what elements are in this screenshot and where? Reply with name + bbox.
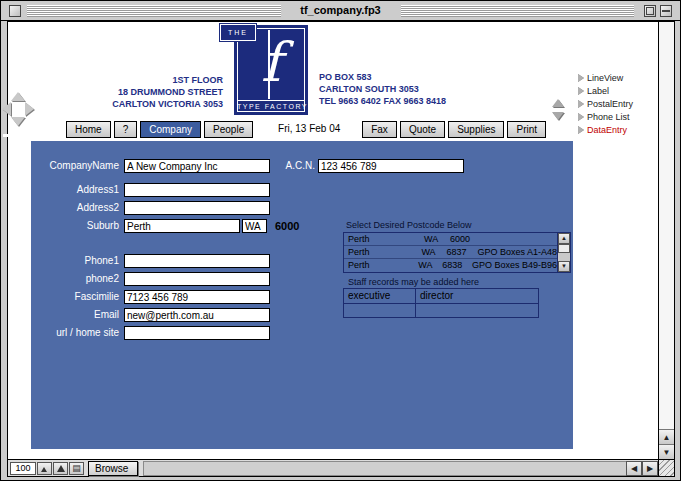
acn-input[interactable] xyxy=(318,159,464,173)
scroll-right-icon[interactable]: ▶ xyxy=(642,461,658,476)
tab-fax[interactable]: Fax xyxy=(362,121,397,138)
postcode-scrollbar[interactable]: ▲ ▼ xyxy=(557,233,570,272)
scroll-down-icon[interactable]: ▼ xyxy=(558,261,570,272)
zoom-out-button[interactable] xyxy=(37,462,52,475)
triangle-right-icon xyxy=(578,74,584,82)
zoom-level[interactable]: 100 xyxy=(10,462,36,475)
postcode-row[interactable]: Perth WA 6838 GPO Boxes B49-B96 xyxy=(344,259,557,272)
layout-links: LineView Label PostalEntry Phone List Da… xyxy=(578,71,633,136)
link-dataentry[interactable]: DataEntry xyxy=(578,123,633,136)
link-label: Label xyxy=(587,86,609,96)
url-label: url / home site xyxy=(31,326,119,339)
horizontal-scrollbar-track[interactable] xyxy=(143,461,626,476)
tab-home[interactable]: Home xyxy=(66,121,111,138)
arrow-up-icon[interactable] xyxy=(552,99,564,107)
triangle-right-icon xyxy=(578,100,584,108)
staff-panel-title: Staff records may be added here xyxy=(348,277,479,287)
url-input[interactable] xyxy=(124,326,270,340)
collapse-window-button[interactable] xyxy=(660,5,672,17)
arrow-right-icon[interactable] xyxy=(25,102,34,116)
phone2-label: phone2 xyxy=(31,272,119,285)
scroll-left-icon[interactable]: ◀ xyxy=(626,461,642,476)
staff-title-cell[interactable]: director xyxy=(416,289,538,303)
compass-nav-arrows[interactable] xyxy=(2,92,34,126)
phone2-input[interactable] xyxy=(124,272,270,286)
arrow-down-icon[interactable] xyxy=(11,117,25,126)
link-label: DataEntry xyxy=(587,125,627,135)
staff-row xyxy=(344,303,538,317)
address-line: CARLTON VICTORIA 3053 xyxy=(63,98,223,110)
title-stripes xyxy=(27,5,281,17)
link-phone-list[interactable]: Phone List xyxy=(578,110,633,123)
staff-row: executive director xyxy=(344,289,538,303)
tab-bar: Home ? Company People Fri, 13 Feb 04 Fax… xyxy=(66,121,549,139)
link-label: LineView xyxy=(587,73,623,83)
title-stripes xyxy=(401,5,635,17)
postcode-state: WA xyxy=(421,246,446,258)
link-postalentry[interactable]: PostalEntry xyxy=(578,97,633,110)
scrollbar-thumb[interactable] xyxy=(558,244,570,253)
scroll-up-icon[interactable]: ▲ xyxy=(558,233,570,244)
tab-people[interactable]: People xyxy=(204,121,253,138)
address2-input[interactable] xyxy=(124,201,270,215)
tab-print[interactable]: Print xyxy=(507,121,546,138)
scroll-up-icon[interactable]: ▲ xyxy=(659,429,674,444)
postcode-row[interactable]: Perth WA 6000 xyxy=(344,233,557,246)
suburb-input[interactable] xyxy=(124,219,240,233)
link-label: Phone List xyxy=(587,112,630,122)
staff-title-cell[interactable] xyxy=(416,304,538,317)
address1-input[interactable] xyxy=(124,183,270,197)
postcode-code: 6000 xyxy=(450,233,482,245)
address-line: CARLTON SOUTH 3053 xyxy=(319,83,446,95)
postcode-state: WA xyxy=(418,259,442,272)
postcode-code: 6838 xyxy=(442,259,472,272)
postcode-note: GPO Boxes A1-A48 xyxy=(477,246,557,258)
address-block-right: PO BOX 583 CARLTON SOUTH 3053 TEL 9663 6… xyxy=(319,71,446,107)
zoom-window-button[interactable] xyxy=(644,5,656,17)
address2-label: Address2 xyxy=(31,201,119,214)
staff-title-cell[interactable]: executive xyxy=(344,289,416,303)
arrow-left-icon[interactable] xyxy=(2,102,11,116)
mode-popup[interactable]: Browse xyxy=(88,461,138,476)
title-bar[interactable]: tf_company.fp3 xyxy=(1,1,680,21)
phone1-input[interactable] xyxy=(124,254,270,268)
tab-company[interactable]: Company xyxy=(140,121,201,138)
triangle-right-icon xyxy=(578,113,584,121)
phone1-label: Phone1 xyxy=(31,254,119,267)
company-name-input[interactable] xyxy=(124,159,270,173)
link-label[interactable]: Label xyxy=(578,84,633,97)
logo-the-box: THE xyxy=(220,24,256,41)
logo-wordmark: TYPE FACTORY xyxy=(237,100,305,112)
arrow-down-icon[interactable] xyxy=(552,112,564,120)
postcode-suburb: Perth xyxy=(344,259,418,272)
tab-supplies[interactable]: Supplies xyxy=(448,121,504,138)
status-area-toggle[interactable]: ▤ xyxy=(69,462,84,475)
tab-help[interactable]: ? xyxy=(114,121,138,138)
type-factory-logo: f TYPE FACTORY THE xyxy=(220,24,310,118)
link-lineview[interactable]: LineView xyxy=(578,71,633,84)
acn-label: A.C.N. xyxy=(253,159,315,172)
record-nav-arrows[interactable] xyxy=(552,99,566,120)
fax-input[interactable] xyxy=(124,290,270,304)
close-button[interactable] xyxy=(9,5,21,17)
vertical-scrollbar[interactable]: ▲ ▼ xyxy=(658,22,674,459)
postcode-row[interactable]: Perth WA 6837 GPO Boxes A1-A48 xyxy=(344,246,557,259)
arrow-up-icon[interactable] xyxy=(11,92,25,101)
part-marker xyxy=(3,134,12,137)
current-date: Fri, 13 Feb 04 xyxy=(268,121,350,137)
postcode-state: WA xyxy=(424,233,450,245)
scroll-down-icon[interactable]: ▼ xyxy=(659,444,674,459)
zoom-in-button[interactable] xyxy=(53,462,68,475)
email-input[interactable] xyxy=(124,308,270,322)
postcode-code: 6837 xyxy=(447,246,478,258)
staff-table: executive director xyxy=(343,288,539,318)
resize-handle[interactable] xyxy=(658,459,674,476)
tab-quote[interactable]: Quote xyxy=(400,121,445,138)
postcode-list: Perth WA 6000 Perth WA 6837 GPO Boxes A1… xyxy=(343,232,571,273)
status-bar: 100 ▤ Browse ◀ ▶ xyxy=(8,459,658,476)
staff-title-cell[interactable] xyxy=(344,304,416,317)
postcode-panel-title: Select Desired Postcode Below xyxy=(346,220,472,230)
window-frame: 1ST FLOOR 18 DRUMMOND STREET CARLTON VIC… xyxy=(7,21,675,477)
postcode-suburb: Perth xyxy=(344,246,421,258)
state-input[interactable] xyxy=(242,219,267,233)
